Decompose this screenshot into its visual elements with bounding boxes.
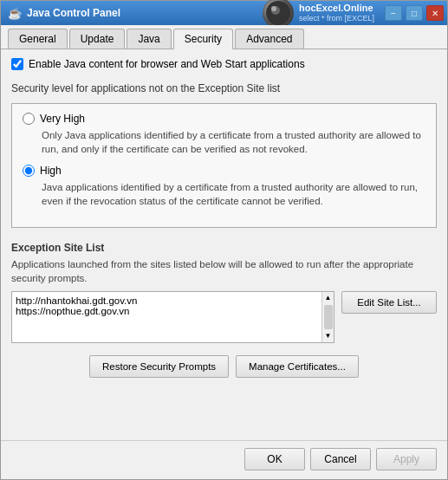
exception-site-desc: Applications launched from the sites lis… bbox=[11, 257, 437, 285]
scroll-up-arrow[interactable]: ▲ bbox=[322, 292, 334, 304]
logo-line1: hocExcel.Online bbox=[299, 3, 374, 14]
manage-certificates-button[interactable]: Manage Certificates... bbox=[236, 355, 359, 378]
bottom-bar: OK Cancel Apply bbox=[1, 440, 447, 479]
restore-security-button[interactable]: Restore Security Prompts bbox=[89, 355, 229, 378]
svg-point-3 bbox=[271, 6, 276, 11]
high-radio[interactable] bbox=[23, 165, 35, 177]
logo-line2: select * from [EXCEL] bbox=[299, 14, 374, 23]
very-high-radio-row: Very High bbox=[23, 113, 425, 125]
logo-text-area: hocExcel.Online select * from [EXCEL] bbox=[299, 3, 374, 23]
very-high-label: Very High bbox=[40, 113, 85, 125]
logo-svg bbox=[265, 0, 291, 26]
very-high-radio[interactable] bbox=[23, 113, 35, 125]
tab-general[interactable]: General bbox=[8, 29, 68, 49]
high-desc: Java applications identified by a certif… bbox=[42, 180, 425, 208]
security-options-box: Very High Only Java applications identif… bbox=[11, 103, 437, 228]
java-control-panel-window: ☕ Java Control Panel hocExcel.Online sel… bbox=[0, 0, 448, 480]
exception-row: http://nhantokhai.gdt.gov.vn https://nop… bbox=[11, 291, 437, 343]
tab-update[interactable]: Update bbox=[69, 29, 126, 49]
enable-java-label: Enable Java content for browser and Web … bbox=[29, 58, 305, 70]
security-level-section: Security level for applications not on t… bbox=[11, 82, 437, 238]
tab-bar: General Update Java Security Advanced bbox=[1, 25, 447, 49]
window-title: Java Control Panel bbox=[27, 7, 120, 19]
very-high-desc: Only Java applications identified by a c… bbox=[42, 128, 425, 156]
svg-text:☕: ☕ bbox=[8, 6, 22, 20]
site-item-0: http://nhantokhai.gdt.gov.vn bbox=[16, 295, 318, 306]
site-item-1: https://nopthuе.gdt.gov.vn bbox=[16, 306, 318, 316]
high-radio-row: High bbox=[23, 165, 425, 177]
maximize-button[interactable]: □ bbox=[406, 5, 423, 21]
high-label: High bbox=[40, 165, 62, 177]
enable-java-checkbox[interactable] bbox=[11, 58, 23, 70]
title-bar-left: ☕ Java Control Panel bbox=[8, 6, 120, 20]
sites-content: http://nhantokhai.gdt.gov.vn https://nop… bbox=[12, 292, 321, 342]
exception-site-title: Exception Site List bbox=[11, 242, 437, 254]
java-icon: ☕ bbox=[8, 6, 22, 20]
scrollbar: ▲ ▼ bbox=[321, 292, 334, 342]
cancel-button[interactable]: Cancel bbox=[310, 448, 371, 470]
tab-advanced[interactable]: Advanced bbox=[235, 29, 303, 49]
apply-button[interactable]: Apply bbox=[376, 448, 437, 470]
title-bar: ☕ Java Control Panel hocExcel.Online sel… bbox=[1, 1, 447, 25]
scroll-thumb[interactable] bbox=[324, 305, 333, 329]
ok-button[interactable]: OK bbox=[244, 448, 305, 470]
middle-buttons: Restore Security Prompts Manage Certific… bbox=[11, 355, 437, 378]
site-list-container: http://nhantokhai.gdt.gov.vn https://nop… bbox=[11, 291, 334, 343]
close-button[interactable]: ✕ bbox=[426, 5, 444, 21]
tab-security[interactable]: Security bbox=[173, 29, 233, 49]
edit-site-list-button[interactable]: Edit Site List... bbox=[341, 291, 437, 314]
minimize-button[interactable]: − bbox=[385, 5, 402, 21]
enable-row: Enable Java content for browser and Web … bbox=[11, 58, 437, 70]
scroll-down-arrow[interactable]: ▼ bbox=[322, 330, 334, 342]
content-area: Enable Java content for browser and Web … bbox=[1, 49, 447, 440]
exception-site-section: Exception Site List Applications launche… bbox=[11, 242, 437, 342]
tab-java[interactable]: Java bbox=[127, 29, 171, 49]
security-level-label: Security level for applications not on t… bbox=[11, 82, 437, 94]
